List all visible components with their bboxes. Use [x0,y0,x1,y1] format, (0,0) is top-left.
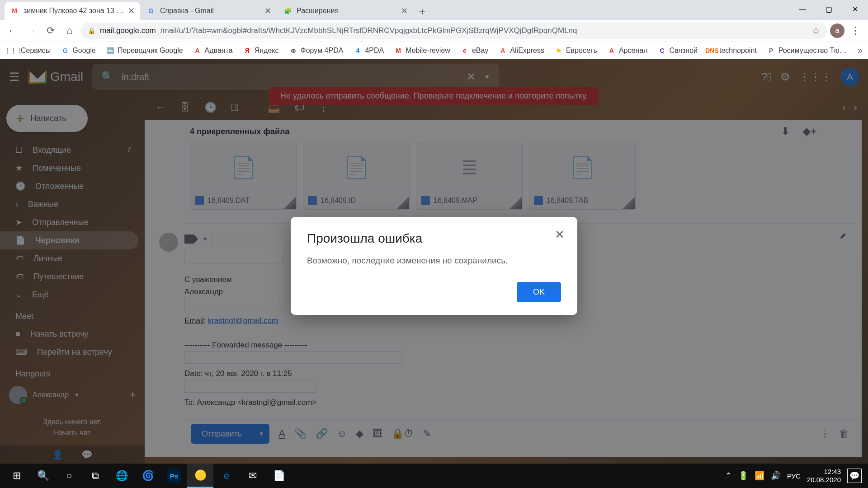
url-path: /mail/u/1/?tab=wm&ogbl#drafts/WhctKJVzcM… [160,26,577,35]
bookmark-label: eBay [472,47,488,55]
photoshop-icon[interactable]: Ps [167,469,181,483]
start-button[interactable]: ⊞ [4,464,30,488]
bookmark-4[interactable]: ЯЯндекс [239,44,283,57]
address-row: ← → ⟳ ⌂ 🔒 mail.google.com/mail/u/1/?tab=… [0,20,868,42]
wifi-icon[interactable]: 📶 [755,471,764,481]
bookmark-label: Адванта [205,47,233,55]
browser-chrome: M зимник Пулково 42 зона 13 - kr ✕ G Спр… [0,0,868,59]
bookmark-favicon: ⋮⋮⋮ [9,46,18,55]
url-host: mail.google.com [100,26,156,35]
bookmark-10[interactable]: ✳Евросеть [551,44,601,57]
bookmark-label: Яндекс [255,47,279,55]
tab-2[interactable]: 🧩 Расширения ✕ [278,2,413,20]
bookmark-favicon: DNS [708,46,717,55]
bookmark-label: Google [72,47,96,55]
bookmark-3[interactable]: AАдванта [189,44,236,57]
tab-0-title: зимник Пулково 42 зона 13 - kr [24,7,124,15]
profile-chip[interactable]: a [830,23,844,38]
clock-date: 20.08.2020 [807,476,841,484]
bookmark-favicon: A [607,46,616,55]
bookmarks-overflow[interactable]: » [853,45,867,56]
bookmark-label: Евросеть [566,47,597,55]
chrome-task-icon[interactable]: 🟡 [187,464,213,488]
mail-task-icon[interactable]: ✉ [240,464,266,488]
bookmark-6[interactable]: 44PDA [349,44,387,57]
close-icon[interactable]: ✕ [401,6,408,16]
bookmark-13[interactable]: DNStechnopoint [704,44,760,57]
bookmark-1[interactable]: GGoogle [57,44,99,57]
action-center-icon[interactable]: 💬 [847,469,862,483]
extension-favicon: 🧩 [283,6,292,15]
bookmark-7[interactable]: MMobile-review [390,44,454,57]
task-view-icon[interactable]: ⧉ [82,464,108,488]
tab-1-title: Справка - Gmail [160,7,261,15]
tab-strip: M зимник Пулково 42 зона 13 - kr ✕ G Спр… [0,0,868,20]
bookmark-favicon: ✳ [554,46,563,55]
google-favicon: G [146,6,156,15]
bookmark-2[interactable]: 🔤Переводчик Google [102,44,187,57]
minimize-button[interactable]: ― [789,0,816,18]
reload-button[interactable]: ⟳ [42,23,59,39]
bookmark-0[interactable]: ⋮⋮⋮Сервисы [5,44,54,57]
app-icon-1[interactable]: 🌐 [108,464,135,488]
bookmark-favicon: C [657,46,666,55]
language-indicator[interactable]: РУС [787,472,801,480]
tab-2-title: Расширения [297,7,397,15]
bookmark-label: 4PDA [365,47,384,55]
browser-menu-button[interactable]: ⋮ [847,25,863,37]
address-bar[interactable]: 🔒 mail.google.com/mail/u/1/?tab=wm&ogbl#… [80,23,827,39]
bookmark-14[interactable]: РРосимущество Тю… [763,44,850,57]
window-controls: ― ▢ ✕ [789,0,868,18]
bookmark-favicon: A [498,46,507,55]
app-icon-2[interactable]: 🌀 [135,464,161,488]
bookmark-favicon: M [394,46,403,55]
bookmark-label: Арсенал [619,47,648,55]
bookmark-11[interactable]: AАрсенал [604,44,651,57]
tab-1[interactable]: G Справка - Gmail ✕ [141,2,277,20]
system-tray: ⌃ 🔋 📶 🔊 РУС 12:43 20.08.2020 💬 [725,468,864,484]
bookmark-favicon: G [61,46,70,55]
tab-0[interactable]: M зимник Пулково 42 зона 13 - kr ✕ [5,2,140,20]
bookmark-label: technopoint [719,47,757,55]
bookmark-favicon: A [193,46,202,55]
bookmark-favicon: Я [243,46,252,55]
maximize-button[interactable]: ▢ [816,0,842,18]
bookmark-favicon: ⊕ [289,46,298,55]
cortana-icon[interactable]: ○ [56,464,82,488]
modal-close-icon[interactable]: ✕ [555,228,565,242]
bookmark-5[interactable]: ⊕Форум 4PDA [285,44,347,57]
bookmark-8[interactable]: eeBay [457,44,492,57]
bookmark-label: Переводчик Google [118,47,183,55]
bookmark-favicon: Р [767,46,776,55]
battery-icon[interactable]: 🔋 [738,471,748,481]
lock-icon: 🔒 [88,27,95,34]
forward-button[interactable]: → [24,23,40,39]
bookmark-favicon: e [460,46,469,55]
bookmark-favicon: 4 [353,46,362,55]
edge-icon[interactable]: e [213,464,240,488]
new-tab-button[interactable]: + [414,4,430,20]
back-button[interactable]: ← [5,23,21,39]
bookmark-star-icon[interactable]: ☆ [812,25,820,36]
bookmark-label: Форум 4PDA [301,47,344,55]
search-task-icon[interactable]: 🔍 [30,464,56,488]
clock-time: 12:43 [807,468,841,476]
close-icon[interactable]: ✕ [264,6,271,16]
modal-ok-button[interactable]: OK [517,282,561,302]
close-window-button[interactable]: ✕ [842,0,868,18]
bookmark-favicon: 🔤 [106,46,115,55]
bookmark-label: Сервисы [21,47,51,55]
tray-expand-icon[interactable]: ⌃ [725,471,732,481]
home-button[interactable]: ⌂ [61,23,78,39]
bookmarks-bar: ⋮⋮⋮СервисыGGoogle🔤Переводчик GoogleAАдва… [0,42,868,59]
bookmark-9[interactable]: AAliExpress [495,44,548,57]
bookmark-label: Росимущество Тю… [778,47,847,55]
bookmark-label: Mobile-review [406,47,450,55]
windows-taskbar: ⊞ 🔍 ○ ⧉ 🌐 🌀 Ps 🟡 e ✉ 📄 ⌃ 🔋 📶 🔊 РУС 12:43… [0,464,868,488]
file-task-icon[interactable]: 📄 [266,464,292,488]
bookmark-label: AliExpress [510,47,544,55]
clock[interactable]: 12:43 20.08.2020 [807,468,841,484]
close-icon[interactable]: ✕ [128,6,135,16]
bookmark-12[interactable]: CСвязной [654,44,701,57]
volume-icon[interactable]: 🔊 [771,471,781,481]
